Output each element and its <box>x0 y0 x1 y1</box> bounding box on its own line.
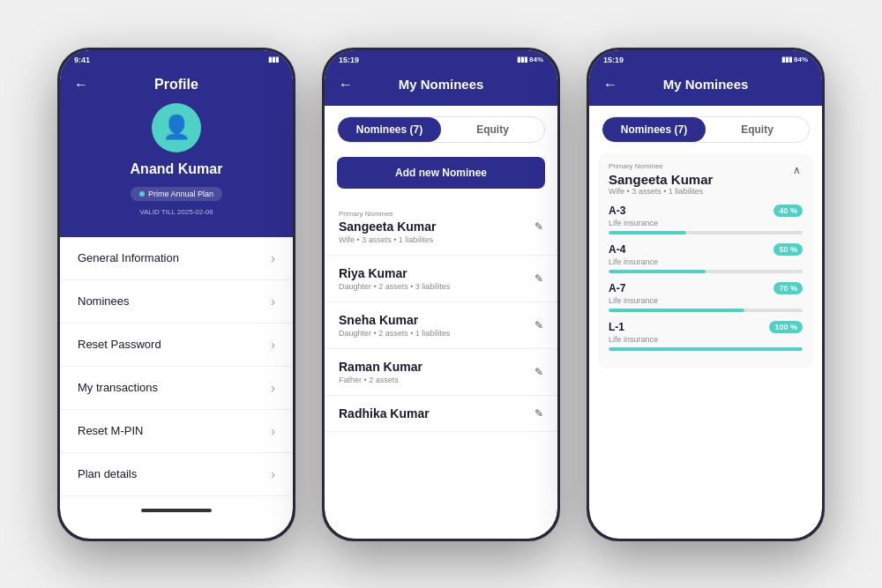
profile-header: ← Profile 👤 Anand Kumar Prime Annual Pla… <box>60 68 293 237</box>
progress-fill-l1 <box>609 347 803 351</box>
chevron-up-icon[interactable]: ∧ <box>793 164 801 176</box>
edit-icon-raman[interactable]: ✎ <box>534 366 543 378</box>
menu-item-plan[interactable]: Plan details › <box>60 453 293 496</box>
menu-item-reset-pw[interactable]: Reset Password › <box>60 324 293 367</box>
asset-type-a4: Life insurance <box>609 257 803 266</box>
back-button-2[interactable]: ← <box>339 77 353 93</box>
plan-badge: Prime Annual Plan <box>131 187 222 201</box>
chevron-icon-mpin: › <box>271 424 275 438</box>
tab-equity-2[interactable]: Equity <box>441 117 544 142</box>
asset-type-a7: Life insurance <box>609 296 803 305</box>
battery-3: ▮▮▮ 84% <box>781 56 808 63</box>
asset-percent-a3: 40 % <box>774 205 803 217</box>
phone-nominees-expanded: 15:19 ▮▮▮ 84% ← My Nominees Nominees (7)… <box>587 48 825 541</box>
nominee-item-raman[interactable]: Raman Kumar Father • 2 assets ✎ <box>325 349 557 396</box>
edit-icon-riya[interactable]: ✎ <box>534 272 543 285</box>
menu-item-transactions[interactable]: My transactions › <box>60 367 293 410</box>
status-bar-3: 15:19 ▮▮▮ 84% <box>589 50 822 68</box>
nominee-item-riya[interactable]: Riya Kumar Daughter • 2 assets • 3 liabi… <box>325 256 557 302</box>
expanded-nominee-section: Primary Nominee Sangeeta Kumar Wife • 3 … <box>598 153 813 368</box>
valid-till: VALID TILL 2025-02-06 <box>74 208 279 216</box>
nominee-details-sneha: Daughter • 2 assets • 1 liabilites <box>339 329 543 338</box>
asset-id-a3: A-3 <box>609 205 625 217</box>
time-1: 9:41 <box>74 56 90 64</box>
nominee-name-riya: Riya Kumar <box>339 266 543 280</box>
chevron-icon-transactions: › <box>271 381 275 395</box>
menu-item-general[interactable]: General Information › <box>60 237 293 280</box>
nominees-header-3: ← My Nominees <box>589 68 822 106</box>
asset-percent-l1: 100 % <box>769 321 803 333</box>
menu-label-nominees: Nominees <box>78 294 130 308</box>
chevron-icon-reset-pw: › <box>271 338 275 352</box>
asset-id-l1: L-1 <box>609 321 624 333</box>
time-3: 15:19 <box>603 56 624 64</box>
asset-percent-a7: 70 % <box>774 282 803 294</box>
tab-nominees-2[interactable]: Nominees (7) <box>338 117 441 142</box>
primary-badge-sangeeta: Primary Nominee <box>339 210 543 218</box>
expanded-nominee-details: Wife • 3 assets • 1 liabilites <box>609 187 803 196</box>
menu-item-nominees[interactable]: Nominees › <box>60 280 293 324</box>
progress-bar-l1 <box>609 347 803 351</box>
asset-id-a7: A-7 <box>609 282 625 294</box>
nominee-details-raman: Father • 2 assets <box>339 376 543 384</box>
menu-label-transactions: My transactions <box>78 381 158 394</box>
time-2: 15:19 <box>339 56 359 64</box>
nominees-screen-2: Nominees (7) Equity Add new Nominee Prim… <box>325 106 557 539</box>
nominee-item-sneha[interactable]: Sneha Kumar Daughter • 2 assets • 1 liab… <box>325 302 557 349</box>
progress-bar-a4 <box>609 270 803 273</box>
chevron-icon-plan: › <box>271 467 275 481</box>
edit-icon-sneha[interactable]: ✎ <box>534 319 543 331</box>
add-nominee-button[interactable]: Add new Nominee <box>337 157 545 189</box>
profile-menu: General Information › Nominees › Reset P… <box>60 234 293 500</box>
status-bar-2: 15:19 ▮▮▮ 84% <box>325 50 557 68</box>
nominee-name-raman: Raman Kumar <box>339 360 543 374</box>
progress-fill-a4 <box>609 270 706 273</box>
progress-bar-a3 <box>609 231 803 234</box>
edit-icon-radhika[interactable]: ✎ <box>534 407 543 420</box>
back-button-1[interactable]: ← <box>74 77 88 93</box>
progress-fill-a3 <box>609 231 686 234</box>
menu-label-plan: Plan details <box>78 467 137 480</box>
nominee-list-2: Primary Nominee Sangeeta Kumar Wife • 3 … <box>325 199 557 539</box>
menu-label-mpin: Reset M-PIN <box>78 424 143 437</box>
asset-item-a4: A-4 50 % Life insurance <box>609 243 803 273</box>
chevron-icon-general: › <box>271 251 275 265</box>
menu-item-mpin[interactable]: Reset M-PIN › <box>60 410 293 453</box>
tab-bar-2: Nominees (7) Equity <box>337 116 545 143</box>
nominee-name-radhika: Radhika Kumar <box>339 406 543 421</box>
home-indicator-1 <box>141 509 212 512</box>
asset-percent-a4: 50 % <box>774 243 803 256</box>
battery-2: ▮▮▮ 84% <box>517 56 543 63</box>
asset-item-a3: A-3 40 % Life insurance <box>609 205 803 234</box>
nominee-name-sangeeta: Sangeeta Kumar <box>339 220 543 234</box>
plan-dot <box>139 191 145 197</box>
primary-label-3: Primary Nominee <box>609 162 803 170</box>
phone-profile: 9:41 ▮▮▮ ← Profile 👤 Anand Kumar Prime A… <box>57 48 295 541</box>
asset-id-a4: A-4 <box>609 243 625 256</box>
asset-item-a7: A-7 70 % Life insurance <box>609 282 803 312</box>
nominees-screen-3: Nominees (7) Equity Primary Nominee Sang… <box>589 106 822 539</box>
tab-nominees-3[interactable]: Nominees (7) <box>602 117 706 142</box>
person-icon: 👤 <box>162 114 191 141</box>
battery-1: ▮▮▮ <box>268 56 279 63</box>
asset-item-l1: L-1 100 % Life insurance <box>609 321 803 351</box>
back-button-3[interactable]: ← <box>603 77 617 93</box>
tab-equity-3[interactable]: Equity <box>706 117 809 142</box>
progress-fill-a7 <box>609 309 744 312</box>
menu-label-reset-pw: Reset Password <box>78 338 161 351</box>
status-bar-1: 9:41 ▮▮▮ <box>60 50 293 68</box>
nominee-details-sangeeta: Wife • 3 assets • 1 liabilites <box>339 235 543 244</box>
nominee-item-radhika[interactable]: Radhika Kumar ✎ <box>325 396 557 432</box>
chevron-icon-nominees: › <box>271 294 275 309</box>
asset-type-a3: Life insurance <box>609 219 803 227</box>
nominee-name-sneha: Sneha Kumar <box>339 313 543 327</box>
asset-type-l1: Life insurance <box>609 335 803 344</box>
menu-label-general: General Information <box>78 251 179 264</box>
edit-icon-sangeeta[interactable]: ✎ <box>534 220 543 233</box>
phone-nominees-list: 15:19 ▮▮▮ 84% ← My Nominees Nominees (7)… <box>322 48 560 541</box>
nominees-title-2: My Nominees <box>399 77 484 92</box>
nominee-item-sangeeta[interactable]: Primary Nominee Sangeeta Kumar Wife • 3 … <box>325 199 557 256</box>
expanded-nominee-name: Sangeeta Kumar <box>609 172 803 187</box>
progress-bar-a7 <box>609 309 803 312</box>
tab-bar-3: Nominees (7) Equity <box>602 116 810 143</box>
